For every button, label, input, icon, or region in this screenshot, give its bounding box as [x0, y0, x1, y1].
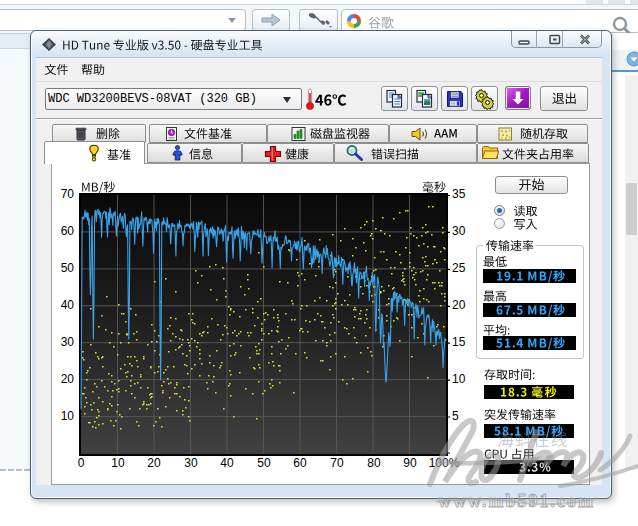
svg-text:www.mb591.com: www.mb591.com	[438, 491, 595, 511]
